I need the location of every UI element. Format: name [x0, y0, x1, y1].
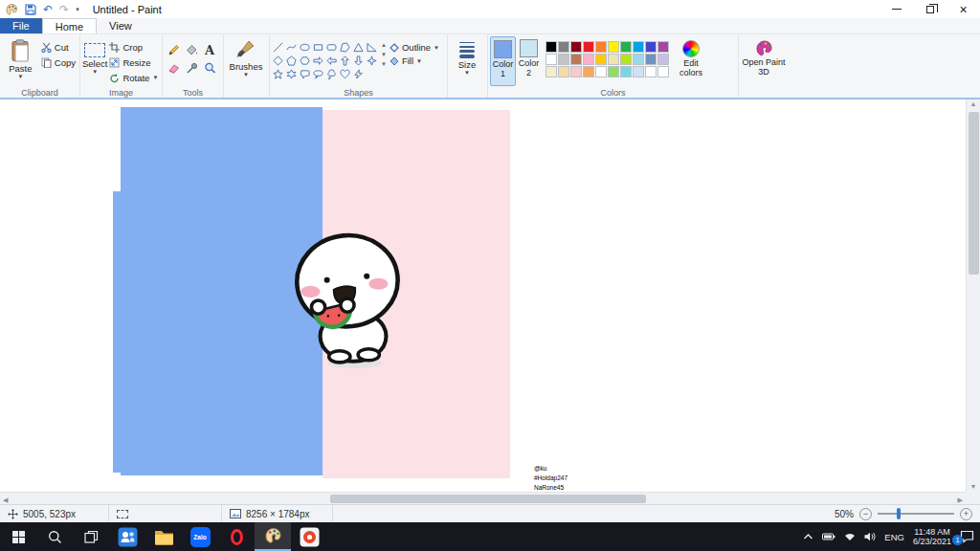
- shape-right-triangle[interactable]: [366, 41, 378, 54]
- shape-oval[interactable]: [299, 41, 311, 54]
- shapes-more-icon[interactable]: ▼: [381, 61, 387, 67]
- taskbar-app-people[interactable]: [109, 522, 145, 551]
- eraser-tool-button[interactable]: [165, 59, 182, 77]
- shape-heart[interactable]: [339, 68, 351, 80]
- palette-color[interactable]: [620, 54, 632, 65]
- palette-color[interactable]: [546, 41, 557, 53]
- palette-color[interactable]: [620, 66, 632, 77]
- palette-color[interactable]: [633, 66, 644, 77]
- palette-color[interactable]: [558, 41, 569, 53]
- palette-color[interactable]: [645, 54, 657, 65]
- battery-tray-icon[interactable]: [822, 533, 835, 540]
- network-tray-icon[interactable]: [844, 532, 856, 541]
- select-button[interactable]: Select ▼: [82, 36, 107, 86]
- fill-tool-button[interactable]: [183, 41, 200, 58]
- shape-down-arrow[interactable]: [352, 55, 365, 67]
- taskbar-clock[interactable]: 11:48 AM 6/23/2021: [913, 527, 951, 547]
- resize-button[interactable]: Resize: [107, 55, 160, 69]
- color2-button[interactable]: Color 2: [516, 36, 542, 86]
- zoom-slider[interactable]: [878, 513, 954, 515]
- palette-color[interactable]: [608, 41, 619, 53]
- shape-right-arrow[interactable]: [312, 55, 324, 67]
- pencil-tool-button[interactable]: [165, 41, 182, 58]
- palette-color[interactable]: [570, 66, 582, 77]
- palette-color[interactable]: [583, 41, 594, 53]
- crop-button[interactable]: Crop: [107, 40, 160, 54]
- volume-tray-icon[interactable]: [864, 532, 876, 541]
- palette-color[interactable]: [657, 66, 669, 77]
- scroll-down-icon[interactable]: ▼: [970, 482, 977, 492]
- text-tool-button[interactable]: A: [201, 41, 218, 58]
- outline-button[interactable]: Outline ▼: [390, 42, 439, 53]
- language-indicator[interactable]: ENG: [884, 532, 904, 542]
- shape-line[interactable]: [272, 41, 284, 54]
- customize-qat-icon[interactable]: ▾: [76, 6, 79, 13]
- copy-button[interactable]: Copy: [39, 55, 78, 69]
- color1-button[interactable]: Color 1: [490, 36, 516, 86]
- palette-color[interactable]: [608, 54, 619, 65]
- scroll-up-icon[interactable]: ▲: [970, 99, 977, 109]
- shape-cloud-callout[interactable]: [325, 68, 338, 80]
- shape-pentagon[interactable]: [285, 55, 298, 67]
- palette-color[interactable]: [608, 66, 619, 77]
- shape-four-point-star[interactable]: [366, 55, 378, 67]
- shape-six-point-star[interactable]: [285, 68, 298, 80]
- shape-curve[interactable]: [285, 41, 298, 54]
- magnifier-tool-button[interactable]: [201, 59, 218, 77]
- taskbar-search-button[interactable]: [36, 522, 73, 551]
- palette-color[interactable]: [595, 54, 607, 65]
- taskbar-app-zalo[interactable]: Zalo: [182, 522, 218, 551]
- action-center-button[interactable]: 1: [960, 530, 974, 543]
- shapes-scroll-down-icon[interactable]: ▼: [381, 52, 387, 57]
- drawing-canvas[interactable]: @ku #Holdap247 NaRone45: [0, 99, 966, 492]
- size-button[interactable]: Size ▼: [450, 36, 484, 86]
- horizontal-scrollbar[interactable]: ◀ ▶: [0, 492, 966, 504]
- shapes-scroll-up-icon[interactable]: ▲: [381, 42, 387, 48]
- shape-left-arrow[interactable]: [325, 55, 338, 67]
- shape-diamond[interactable]: [272, 55, 284, 67]
- horizontal-scroll-thumb[interactable]: [330, 495, 646, 503]
- palette-color[interactable]: [583, 54, 594, 65]
- paste-button[interactable]: Paste ▼: [2, 36, 39, 86]
- palette-color[interactable]: [558, 54, 569, 65]
- shape-rounded-rectangle[interactable]: [325, 41, 338, 54]
- start-button[interactable]: [0, 522, 36, 551]
- shape-rectangle[interactable]: [312, 41, 324, 54]
- palette-color[interactable]: [595, 66, 607, 77]
- zoom-out-button[interactable]: −: [859, 508, 872, 520]
- palette-color[interactable]: [657, 41, 669, 53]
- shape-hexagon[interactable]: [299, 55, 311, 67]
- tab-view[interactable]: View: [97, 18, 145, 33]
- shape-lightning[interactable]: [352, 68, 365, 80]
- taskbar-app-file-explorer[interactable]: [145, 522, 182, 551]
- open-paint3d-button[interactable]: Open Paint 3D: [741, 36, 787, 86]
- cut-button[interactable]: Cut: [39, 40, 78, 54]
- palette-color[interactable]: [645, 41, 657, 53]
- canvas-blue-notch[interactable]: [113, 191, 121, 473]
- shape-polygon[interactable]: [339, 41, 351, 54]
- minimize-button[interactable]: [880, 0, 913, 18]
- close-button[interactable]: ×: [947, 0, 980, 18]
- color-picker-tool-button[interactable]: [183, 59, 200, 77]
- tab-home[interactable]: Home: [42, 18, 97, 33]
- palette-color[interactable]: [595, 41, 607, 53]
- show-hidden-icons-button[interactable]: [803, 533, 813, 540]
- palette-color[interactable]: [645, 66, 657, 77]
- edit-colors-button[interactable]: Edit colors: [673, 36, 709, 86]
- taskbar-app-opera[interactable]: [218, 522, 255, 551]
- vertical-scrollbar[interactable]: ▲ ▼: [966, 99, 980, 492]
- palette-color[interactable]: [657, 54, 669, 65]
- palette-color[interactable]: [620, 41, 632, 53]
- shape-up-arrow[interactable]: [339, 55, 351, 67]
- palette-color[interactable]: [633, 54, 644, 65]
- save-icon[interactable]: [25, 4, 36, 15]
- redo-icon[interactable]: ↷: [59, 4, 69, 15]
- rotate-button[interactable]: Rotate ▼: [107, 71, 160, 84]
- taskbar-app-paint[interactable]: [255, 522, 291, 551]
- vertical-scroll-thumb[interactable]: [969, 112, 979, 275]
- zoom-slider-thumb[interactable]: [897, 508, 901, 519]
- palette-color[interactable]: [583, 66, 594, 77]
- brushes-button[interactable]: Brushes ▼: [226, 36, 266, 86]
- palette-color[interactable]: [570, 54, 582, 65]
- shape-five-point-star[interactable]: [272, 68, 284, 80]
